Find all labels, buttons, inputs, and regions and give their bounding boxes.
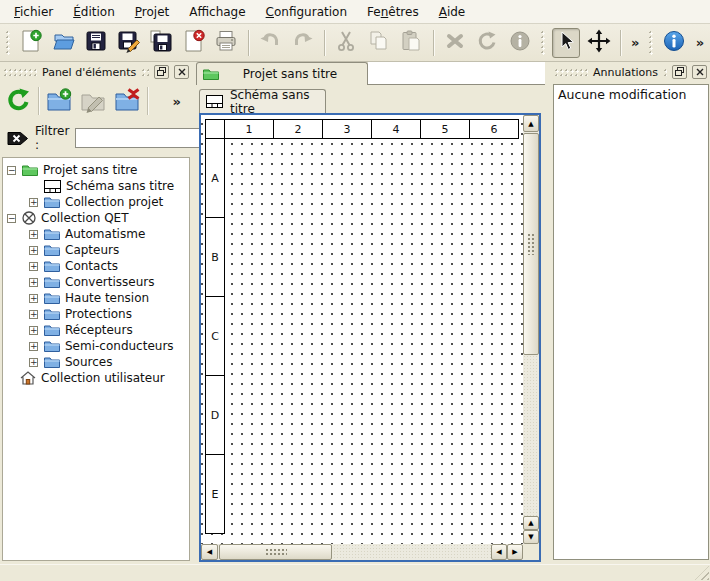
- paste-button[interactable]: [397, 28, 426, 58]
- dock-float-button[interactable]: [154, 65, 169, 79]
- expand-expander[interactable]: [29, 262, 38, 271]
- tree-item-semi-conducteurs[interactable]: Semi-conducteurs: [3, 338, 189, 354]
- tree-item-convertisseurs[interactable]: Convertisseurs: [3, 274, 189, 290]
- cut-button[interactable]: [332, 28, 361, 58]
- close-file-button[interactable]: [180, 28, 209, 58]
- save-button[interactable]: [82, 28, 111, 58]
- menu-affichage[interactable]: Affichage: [179, 2, 255, 22]
- vertical-scrollbar[interactable]: [523, 115, 539, 544]
- move-icon: [587, 29, 611, 56]
- vertical-scroll-thumb[interactable]: [523, 133, 539, 355]
- tree-item-sources[interactable]: Sources: [3, 354, 189, 370]
- move-mode-button[interactable]: [584, 28, 613, 58]
- save-all-button[interactable]: [147, 28, 176, 58]
- tree-item-contacts[interactable]: Contacts: [3, 258, 189, 274]
- scroll-up-button[interactable]: [523, 115, 539, 132]
- dock-drag-handle[interactable]: [663, 68, 667, 76]
- tab-projet-sans-titre[interactable]: Projet sans titre: [196, 62, 368, 85]
- tree-item-projet-sans-titre[interactable]: Projet sans titre: [3, 162, 189, 178]
- open-project-button[interactable]: [49, 28, 78, 58]
- toolbar-overflow-button[interactable]: »: [628, 35, 642, 50]
- toolbar-handle[interactable]: [5, 30, 11, 56]
- folder-icon: [44, 196, 60, 208]
- toolbar-handle[interactable]: [540, 30, 546, 56]
- dock-close-button[interactable]: [174, 65, 189, 79]
- scroll-up-button-2[interactable]: [523, 516, 539, 530]
- delete-category-button[interactable]: [113, 87, 141, 115]
- expand-expander[interactable]: [29, 310, 38, 319]
- project-folder-icon: [203, 68, 219, 80]
- tree-item-label: Récepteurs: [65, 323, 133, 337]
- tree-item-protections[interactable]: Protections: [3, 306, 189, 322]
- information-button[interactable]: [506, 28, 535, 58]
- dock-close-button[interactable]: [692, 65, 707, 79]
- copy-button[interactable]: [364, 28, 393, 58]
- expand-expander[interactable]: [29, 342, 38, 351]
- save-as-button[interactable]: [114, 28, 143, 58]
- folder-icon: [44, 244, 60, 256]
- horizontal-scrollbar[interactable]: [201, 544, 523, 560]
- horizontal-scroll-thumb[interactable]: [219, 544, 332, 560]
- select-mode-button[interactable]: [552, 28, 581, 58]
- undo-history-list[interactable]: Aucune modification: [553, 84, 709, 560]
- expand-expander[interactable]: [29, 278, 38, 287]
- tree-item-collection-projet[interactable]: Collection projet: [3, 194, 189, 210]
- expand-expander[interactable]: [29, 198, 38, 207]
- about-qet-button[interactable]: [660, 28, 689, 58]
- scroll-left-button[interactable]: [201, 544, 218, 560]
- resize-grip[interactable]: [695, 566, 709, 580]
- new-category-button[interactable]: [45, 87, 73, 115]
- menu-aide[interactable]: Aide: [429, 2, 476, 22]
- tree-item-schema-sans-titre[interactable]: Schéma sans titre: [3, 178, 189, 194]
- expand-expander[interactable]: [29, 230, 38, 239]
- toolbar-handle[interactable]: [648, 30, 654, 56]
- menu-label: dition: [81, 5, 115, 19]
- scroll-down-button[interactable]: [523, 530, 539, 544]
- tree-item-collection-utilisateur[interactable]: Collection utilisateur: [3, 370, 189, 386]
- reload-collections-button[interactable]: [4, 87, 32, 115]
- expand-expander[interactable]: [29, 358, 38, 367]
- delete-button[interactable]: [440, 28, 469, 58]
- save-icon: [84, 29, 108, 56]
- tree-item-haute-tension[interactable]: Haute tension: [3, 290, 189, 306]
- expand-expander[interactable]: [29, 246, 38, 255]
- dock-drag-handle[interactable]: [3, 68, 37, 76]
- menu-configuration[interactable]: Configuration: [256, 2, 357, 22]
- new-document-button[interactable]: [17, 28, 46, 58]
- tree-item-automatisme[interactable]: Automatisme: [3, 226, 189, 242]
- edit-folder-icon: [80, 87, 106, 116]
- expand-expander[interactable]: [29, 294, 38, 303]
- scroll-right-button[interactable]: [507, 544, 523, 560]
- print-button[interactable]: [212, 28, 241, 58]
- edit-category-button[interactable]: [79, 87, 107, 115]
- expand-expander[interactable]: [29, 326, 38, 335]
- undo-panel-titlebar[interactable]: Annulations: [551, 62, 710, 82]
- toolbar-overflow-button[interactable]: »: [693, 35, 707, 50]
- panel-toolbar-overflow-button[interactable]: »: [170, 94, 184, 109]
- tree-item-recepteurs[interactable]: Récepteurs: [3, 322, 189, 338]
- diagram-canvas[interactable]: 1 2 3 4 5 6 A B C D E: [201, 115, 523, 544]
- clear-filter-button[interactable]: [7, 130, 29, 147]
- redo-button[interactable]: [288, 28, 317, 58]
- menu-fichier[interactable]: Fichier: [4, 2, 63, 22]
- menu-fenetres[interactable]: Fenêtres: [357, 2, 429, 22]
- menu-edition[interactable]: Édition: [63, 2, 125, 22]
- collapse-expander[interactable]: [7, 214, 16, 223]
- menu-projet[interactable]: Projet: [125, 2, 179, 22]
- dock-drag-handle[interactable]: [141, 68, 149, 76]
- undo-button[interactable]: [256, 28, 285, 58]
- elements-panel-titlebar[interactable]: Panel d'éléments: [0, 62, 192, 82]
- about-info-icon: [662, 29, 686, 56]
- tree-item-capteurs[interactable]: Capteurs: [3, 242, 189, 258]
- collapse-expander[interactable]: [7, 166, 16, 175]
- tree-item-collection-qet[interactable]: Collection QET: [3, 210, 189, 226]
- diagram-view[interactable]: 1 2 3 4 5 6 A B C D E: [199, 113, 541, 562]
- dock-drag-handle[interactable]: [554, 68, 588, 76]
- dock-float-button[interactable]: [672, 65, 687, 79]
- scroll-left-button-2[interactable]: [491, 544, 507, 560]
- float-icon: [675, 65, 684, 79]
- tab-schema-sans-titre[interactable]: Schéma sans titre: [199, 89, 326, 113]
- rotate-button[interactable]: [473, 28, 502, 58]
- undo-list-item[interactable]: Aucune modification: [558, 87, 704, 102]
- main-toolbar: » »: [0, 24, 710, 62]
